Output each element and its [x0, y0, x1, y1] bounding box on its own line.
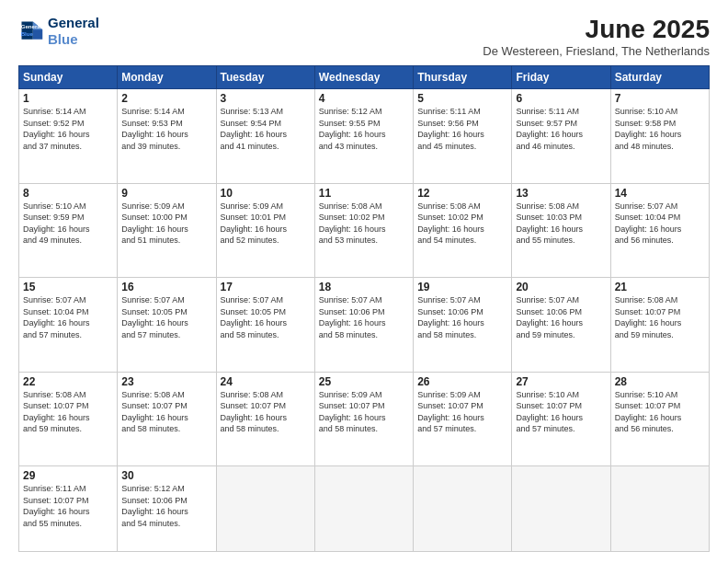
logo-icon: General Blue	[18, 18, 44, 44]
logo-text-2: Blue	[48, 31, 99, 48]
day-number: 17	[221, 281, 311, 293]
day-number: 12	[417, 187, 507, 200]
day-info: Sunrise: 5:08 AM Sunset: 10:07 PM Daylig…	[615, 294, 705, 340]
day-info: Sunrise: 5:07 AM Sunset: 10:06 PM Daylig…	[319, 294, 409, 340]
calendar-table: Sunday Monday Tuesday Wednesday Thursday…	[18, 65, 710, 552]
day-number: 11	[319, 187, 409, 200]
day-info: Sunrise: 5:09 AM Sunset: 10:07 PM Daylig…	[319, 389, 409, 435]
day-info: Sunrise: 5:07 AM Sunset: 10:06 PM Daylig…	[417, 294, 507, 340]
table-row: 27Sunrise: 5:10 AM Sunset: 10:07 PM Dayl…	[512, 372, 610, 466]
table-row	[512, 466, 610, 552]
location: De Westereen, Friesland, The Netherlands	[483, 44, 710, 58]
table-row	[414, 466, 512, 552]
col-tuesday: Tuesday	[216, 66, 314, 89]
day-info: Sunrise: 5:08 AM Sunset: 10:07 PM Daylig…	[121, 389, 211, 435]
calendar-header-row: Sunday Monday Tuesday Wednesday Thursday…	[19, 66, 710, 89]
table-row: 4Sunrise: 5:12 AM Sunset: 9:55 PM Daylig…	[314, 89, 413, 184]
day-info: Sunrise: 5:08 AM Sunset: 10:02 PM Daylig…	[417, 201, 507, 247]
day-info: Sunrise: 5:07 AM Sunset: 10:06 PM Daylig…	[516, 294, 606, 340]
table-row: 13Sunrise: 5:08 AM Sunset: 10:03 PM Dayl…	[512, 183, 610, 278]
svg-text:Blue: Blue	[21, 30, 34, 37]
day-info: Sunrise: 5:07 AM Sunset: 10:05 PM Daylig…	[221, 294, 311, 340]
table-row: 2Sunrise: 5:14 AM Sunset: 9:53 PM Daylig…	[118, 89, 216, 184]
day-info: Sunrise: 5:09 AM Sunset: 10:00 PM Daylig…	[121, 201, 211, 247]
day-number: 20	[516, 281, 606, 293]
day-number: 15	[23, 281, 113, 293]
day-number: 27	[516, 375, 606, 388]
day-info: Sunrise: 5:08 AM Sunset: 10:07 PM Daylig…	[221, 389, 311, 435]
day-number: 6	[516, 92, 606, 105]
day-number: 5	[417, 92, 507, 105]
day-info: Sunrise: 5:11 AM Sunset: 10:07 PM Daylig…	[23, 483, 113, 529]
day-number: 3	[221, 92, 311, 105]
col-saturday: Saturday	[610, 66, 709, 89]
header: General Blue General Blue June 2025 De W…	[18, 15, 710, 58]
table-row: 6Sunrise: 5:11 AM Sunset: 9:57 PM Daylig…	[512, 89, 610, 184]
table-row: 1Sunrise: 5:14 AM Sunset: 9:52 PM Daylig…	[19, 89, 118, 184]
day-info: Sunrise: 5:08 AM Sunset: 10:03 PM Daylig…	[516, 201, 606, 247]
table-row: 15Sunrise: 5:07 AM Sunset: 10:04 PM Dayl…	[19, 278, 118, 373]
day-number: 19	[417, 281, 507, 293]
month-title: June 2025	[483, 15, 710, 44]
day-info: Sunrise: 5:11 AM Sunset: 9:57 PM Dayligh…	[516, 106, 606, 152]
day-info: Sunrise: 5:14 AM Sunset: 9:52 PM Dayligh…	[23, 106, 113, 152]
day-info: Sunrise: 5:14 AM Sunset: 9:53 PM Dayligh…	[121, 106, 211, 152]
table-row: 18Sunrise: 5:07 AM Sunset: 10:06 PM Dayl…	[314, 278, 413, 373]
day-number: 28	[615, 375, 705, 388]
day-number: 7	[615, 92, 705, 105]
table-row: 16Sunrise: 5:07 AM Sunset: 10:05 PM Dayl…	[118, 278, 216, 373]
logo: General Blue General Blue	[18, 15, 99, 48]
table-row: 12Sunrise: 5:08 AM Sunset: 10:02 PM Dayl…	[414, 183, 512, 278]
day-info: Sunrise: 5:10 AM Sunset: 9:59 PM Dayligh…	[23, 201, 113, 247]
table-row: 7Sunrise: 5:10 AM Sunset: 9:58 PM Daylig…	[610, 89, 709, 184]
table-row: 30Sunrise: 5:12 AM Sunset: 10:06 PM Dayl…	[118, 466, 216, 552]
day-number: 18	[319, 281, 409, 293]
day-info: Sunrise: 5:09 AM Sunset: 10:07 PM Daylig…	[417, 389, 507, 435]
table-row	[216, 466, 314, 552]
table-row: 22Sunrise: 5:08 AM Sunset: 10:07 PM Dayl…	[19, 372, 118, 466]
table-row: 21Sunrise: 5:08 AM Sunset: 10:07 PM Dayl…	[610, 278, 709, 373]
table-row: 9Sunrise: 5:09 AM Sunset: 10:00 PM Dayli…	[118, 183, 216, 278]
day-number: 29	[23, 469, 113, 482]
col-wednesday: Wednesday	[314, 66, 413, 89]
day-number: 8	[23, 187, 113, 200]
day-info: Sunrise: 5:12 AM Sunset: 9:55 PM Dayligh…	[319, 106, 409, 152]
day-number: 22	[23, 375, 113, 388]
table-row: 19Sunrise: 5:07 AM Sunset: 10:06 PM Dayl…	[414, 278, 512, 373]
day-info: Sunrise: 5:07 AM Sunset: 10:05 PM Daylig…	[121, 294, 211, 340]
col-sunday: Sunday	[19, 66, 118, 89]
day-info: Sunrise: 5:13 AM Sunset: 9:54 PM Dayligh…	[221, 106, 311, 152]
svg-text:General: General	[21, 23, 42, 29]
table-row: 29Sunrise: 5:11 AM Sunset: 10:07 PM Dayl…	[19, 466, 118, 552]
page: General Blue General Blue June 2025 De W…	[0, 0, 728, 563]
table-row: 28Sunrise: 5:10 AM Sunset: 10:07 PM Dayl…	[610, 372, 709, 466]
col-thursday: Thursday	[414, 66, 512, 89]
day-info: Sunrise: 5:08 AM Sunset: 10:07 PM Daylig…	[23, 389, 113, 435]
col-friday: Friday	[512, 66, 610, 89]
day-info: Sunrise: 5:07 AM Sunset: 10:04 PM Daylig…	[615, 201, 705, 247]
logo-text-1: General	[48, 15, 99, 31]
table-row	[314, 466, 413, 552]
table-row: 20Sunrise: 5:07 AM Sunset: 10:06 PM Dayl…	[512, 278, 610, 373]
day-number: 2	[121, 92, 211, 105]
table-row	[610, 466, 709, 552]
day-number: 25	[319, 375, 409, 388]
day-number: 26	[417, 375, 507, 388]
table-row: 26Sunrise: 5:09 AM Sunset: 10:07 PM Dayl…	[414, 372, 512, 466]
day-info: Sunrise: 5:09 AM Sunset: 10:01 PM Daylig…	[221, 201, 311, 247]
day-info: Sunrise: 5:12 AM Sunset: 10:06 PM Daylig…	[121, 483, 211, 529]
day-number: 16	[121, 281, 211, 293]
day-number: 9	[121, 187, 211, 200]
table-row: 14Sunrise: 5:07 AM Sunset: 10:04 PM Dayl…	[610, 183, 709, 278]
day-number: 4	[319, 92, 409, 105]
day-number: 14	[615, 187, 705, 200]
col-monday: Monday	[118, 66, 216, 89]
day-number: 23	[121, 375, 211, 388]
day-info: Sunrise: 5:10 AM Sunset: 10:07 PM Daylig…	[516, 389, 606, 435]
day-number: 10	[221, 187, 311, 200]
day-number: 13	[516, 187, 606, 200]
table-row: 24Sunrise: 5:08 AM Sunset: 10:07 PM Dayl…	[216, 372, 314, 466]
table-row: 5Sunrise: 5:11 AM Sunset: 9:56 PM Daylig…	[414, 89, 512, 184]
table-row: 3Sunrise: 5:13 AM Sunset: 9:54 PM Daylig…	[216, 89, 314, 184]
title-block: June 2025 De Westereen, Friesland, The N…	[483, 15, 710, 58]
